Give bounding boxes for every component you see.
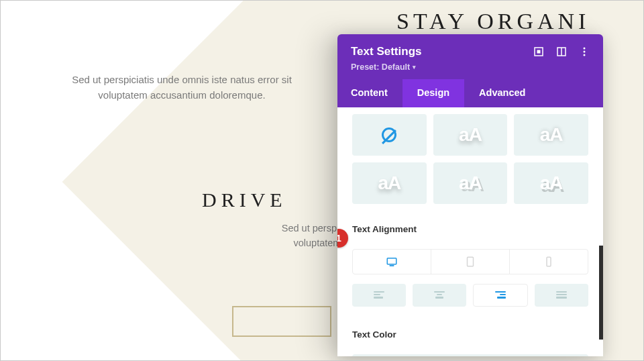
shadow-style-5[interactable]: aA: [433, 162, 508, 204]
svg-rect-9: [468, 257, 474, 266]
style-glyph: aA: [459, 124, 482, 146]
align-right-icon: [495, 291, 506, 299]
caret-down-icon: ▾: [413, 64, 416, 70]
tab-design[interactable]: Design: [402, 79, 464, 107]
svg-rect-10: [547, 257, 551, 266]
svg-rect-7: [387, 258, 396, 264]
device-tablet[interactable]: [431, 250, 509, 274]
panel-body: aA aA aA aA aA Text Alignment: [337, 107, 603, 356]
section-text-color: Text Color: [337, 316, 603, 352]
align-right[interactable]: [473, 284, 528, 307]
style-glyph: aA: [459, 172, 482, 194]
svg-point-4: [584, 48, 586, 50]
align-left-icon: [374, 291, 384, 299]
bg-heading-mid: DRIVE: [202, 189, 287, 211]
device-tabs: [352, 249, 588, 274]
device-desktop[interactable]: [353, 250, 431, 274]
section-text-alignment: Text Alignment: [337, 211, 603, 246]
align-center-icon: [434, 291, 445, 299]
panel-tabs: Content Design Advanced: [337, 79, 603, 107]
svg-point-5: [584, 51, 586, 53]
bg-paragraph-top: Sed ut perspiciatis unde omnis iste natu…: [48, 72, 316, 103]
label-text-color: Text Color: [352, 329, 588, 340]
text-settings-panel: 1 Text Settings Preset: Default: [337, 34, 603, 356]
align-justify[interactable]: [535, 284, 588, 307]
label-text-alignment: Text Alignment: [352, 224, 588, 234]
layout-icon[interactable]: [556, 46, 567, 57]
tab-content[interactable]: Content: [337, 79, 402, 107]
svg-rect-1: [537, 50, 541, 54]
align-left[interactable]: [352, 284, 406, 307]
text-shadow-grid: aA aA aA aA aA: [337, 107, 603, 211]
preset-label: Preset: Default: [351, 62, 410, 72]
shadow-style-6[interactable]: aA: [514, 162, 588, 204]
more-icon[interactable]: [579, 46, 590, 57]
shadow-style-3[interactable]: aA: [514, 114, 588, 156]
style-glyph: aA: [540, 172, 563, 194]
scrollbar-thumb[interactable]: [599, 246, 603, 340]
style-glyph: aA: [378, 172, 400, 194]
panel-title: Text Settings: [351, 45, 533, 58]
shadow-style-none[interactable]: [352, 114, 427, 156]
alignment-options: [337, 284, 603, 316]
style-glyph: aA: [540, 124, 563, 146]
tab-advanced[interactable]: Advanced: [464, 79, 540, 107]
device-phone[interactable]: [509, 250, 588, 274]
bg-cta-button[interactable]: [232, 306, 331, 337]
svg-point-6: [584, 54, 586, 56]
align-center[interactable]: [413, 284, 466, 307]
shadow-style-2[interactable]: aA: [433, 114, 508, 156]
preset-selector[interactable]: Preset: Default ▾: [351, 62, 416, 72]
text-color-select[interactable]: Dark ▴▾: [352, 354, 588, 356]
shadow-style-4[interactable]: aA: [352, 162, 427, 204]
fullscreen-icon[interactable]: [533, 46, 544, 57]
align-justify-icon: [556, 291, 567, 299]
panel-header: Text Settings Preset: Default ▾: [337, 34, 603, 79]
bg-heading-top: STAY ORGANI: [396, 9, 590, 34]
none-icon: [382, 127, 396, 142]
svg-rect-8: [390, 265, 394, 266]
